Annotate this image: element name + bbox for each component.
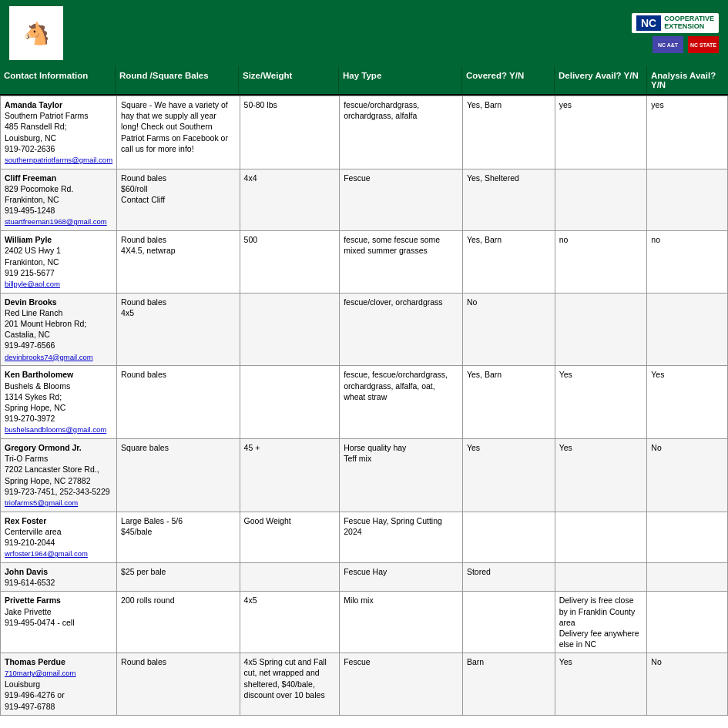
covered-cell: No (462, 293, 555, 366)
contact-cell: Gregory Ormond Jr.Tri-O Farms7202 Lancas… (1, 439, 117, 512)
size-cell (240, 563, 340, 592)
bales-cell: Round bales (117, 366, 240, 439)
bales-cell: Round bales 4X4.5, netwrap (117, 231, 240, 294)
bales-cell: Square bales (117, 439, 240, 512)
covered-cell (462, 592, 555, 653)
bales-cell: Round bales $60/roll Contact Cliff (117, 169, 240, 231)
delivery-cell: no (555, 231, 647, 294)
contact-email-link[interactable]: 710marty@gmail.com (5, 669, 76, 677)
type-cell: Milo mix (340, 592, 463, 653)
size-cell: 4x4 (240, 169, 340, 231)
table-row: Gregory Ormond Jr.Tri-O Farms7202 Lancas… (1, 439, 728, 512)
bales-cell: 200 rolls round (117, 592, 240, 653)
analysis-cell: Yes (647, 366, 728, 439)
contact-email-link[interactable]: triofarms5@gmail.com (5, 498, 78, 507)
col-bales: Round /Square Bales (116, 66, 239, 94)
contact-cell: Thomas Perdue710marty@gmail.comLouisburg… (1, 653, 117, 716)
table-row: John Davis919-614-6532$25 per baleFescue… (1, 563, 728, 592)
col-covered: Covered? Y/N (462, 66, 555, 94)
contact-name: Privette Farms (5, 595, 61, 605)
contact-cell: John Davis919-614-6532 (1, 563, 117, 592)
partner-logos: NC A&T NC STATE (653, 36, 719, 53)
type-cell: Fescue (340, 169, 463, 231)
delivery-cell (555, 512, 647, 562)
page-header: 🐴 NC COOPERATIVE EXTENSION NC A&T NC STA… (0, 0, 728, 66)
contact-cell: Privette FarmsJake Privette919-495-0474 … (1, 592, 117, 653)
contact-name: Gregory Ormond Jr. (5, 443, 82, 452)
delivery-cell (555, 563, 647, 592)
type-cell: Fescue Hay, Spring Cutting 2024 (340, 512, 463, 562)
size-cell: Good Weight (240, 512, 340, 562)
nc-extension-badge: NC COOPERATIVE EXTENSION (632, 13, 719, 33)
contact-name: Amanda Taylor (5, 100, 62, 109)
delivery-cell: Yes (555, 439, 647, 512)
contact-email-link[interactable]: wrfoster1964@gmail.com (5, 549, 88, 558)
table-row: Rex FosterCenterville area919-210-2044wr… (1, 512, 728, 562)
contact-email-link[interactable]: billpyle@aol.com (5, 280, 60, 288)
bales-cell: Round bales (117, 653, 240, 716)
contact-cell: Rex FosterCenterville area919-210-2044wr… (1, 512, 117, 562)
table-row: William Pyle2402 US Hwy 1Frankinton, NC9… (1, 231, 728, 294)
covered-cell: Yes, Barn (462, 96, 555, 169)
type-cell: fescue/clover, orchardgrass (340, 293, 463, 366)
size-cell: 4x5 (240, 592, 340, 653)
ncstate-logo: NC STATE (688, 36, 719, 53)
delivery-cell (555, 169, 647, 231)
bales-cell: Square - We have a variety of hay that w… (117, 96, 240, 169)
type-cell: fescue, some fescue some mixed summer gr… (340, 231, 463, 294)
table-row: Privette FarmsJake Privette919-495-0474 … (1, 592, 728, 653)
contact-email-link[interactable]: bushelsandblooms@gmail.com (5, 425, 106, 434)
contact-name: William Pyle (5, 235, 52, 244)
analysis-cell (647, 169, 728, 231)
contact-cell: Cliff Freeman829 Pocomoke Rd.Frankinton,… (1, 169, 117, 231)
type-cell: fescue, fescue/orchardgrass, orchardgras… (340, 366, 463, 439)
size-cell (240, 293, 340, 366)
table-row: Thomas Perdue710marty@gmail.comLouisburg… (1, 653, 728, 716)
nc-label: NC (636, 15, 661, 31)
bales-cell: Round bales 4x5 (117, 293, 240, 366)
contact-cell: William Pyle2402 US Hwy 1Frankinton, NC9… (1, 231, 117, 294)
logo-icon: 🐴 (9, 6, 63, 60)
contact-cell: Amanda TaylorSouthern Patriot Farms485 R… (1, 96, 117, 169)
col-contact: Contact Information (0, 66, 116, 94)
covered-cell: Yes, Sheltered (462, 169, 555, 231)
covered-cell (462, 512, 555, 562)
size-cell (240, 366, 340, 439)
delivery-cell: Yes (555, 366, 647, 439)
contact-cell: Ken BartholomewBushels & Blooms1314 Syke… (1, 366, 117, 439)
contact-email-link[interactable]: devinbrooks74@gmail.com (5, 353, 93, 361)
bales-cell: $25 per bale (117, 563, 240, 592)
contact-email-link[interactable]: stuartfreeman1968@gmail.com (5, 217, 107, 226)
size-cell: 45 + (240, 439, 340, 512)
table-row: Ken BartholomewBushels & Blooms1314 Syke… (1, 366, 728, 439)
analysis-cell (647, 512, 728, 562)
analysis-cell (647, 293, 728, 366)
type-cell: Horse quality hay Teff mix (340, 439, 463, 512)
delivery-cell: Delivery is free close by in Franklin Co… (555, 592, 647, 653)
covered-cell: Stored (462, 563, 555, 592)
delivery-cell: Yes (555, 653, 647, 716)
delivery-cell: yes (555, 96, 647, 169)
column-headers: Contact Information Round /Square Bales … (0, 66, 728, 96)
analysis-cell: No (647, 653, 728, 716)
contact-name: Devin Brooks (5, 297, 57, 307)
partner-logos-area: NC COOPERATIVE EXTENSION NC A&T NC STATE (632, 13, 719, 53)
delivery-cell (555, 293, 647, 366)
col-type: Hay Type (339, 66, 462, 94)
type-cell: Fescue Hay (340, 563, 463, 592)
contact-name: Thomas Perdue (5, 657, 65, 666)
covered-cell: Yes, Barn (462, 231, 555, 294)
col-delivery: Delivery Avail? Y/N (555, 66, 647, 94)
covered-cell: Barn (462, 653, 555, 716)
contact-name: John Davis (5, 567, 48, 576)
analysis-cell (647, 592, 728, 653)
contact-name: Cliff Freeman (5, 173, 56, 183)
size-cell: 50-80 lbs (240, 96, 340, 169)
contact-email-link[interactable]: southernpatriotfarms@gmail.com (5, 156, 112, 164)
covered-cell: Yes, Barn (462, 366, 555, 439)
covered-cell: Yes (462, 439, 555, 512)
analysis-cell: No (647, 439, 728, 512)
table-row: Amanda TaylorSouthern Patriot Farms485 R… (1, 96, 728, 169)
analysis-cell (647, 563, 728, 592)
ncat-logo: NC A&T (653, 36, 683, 53)
